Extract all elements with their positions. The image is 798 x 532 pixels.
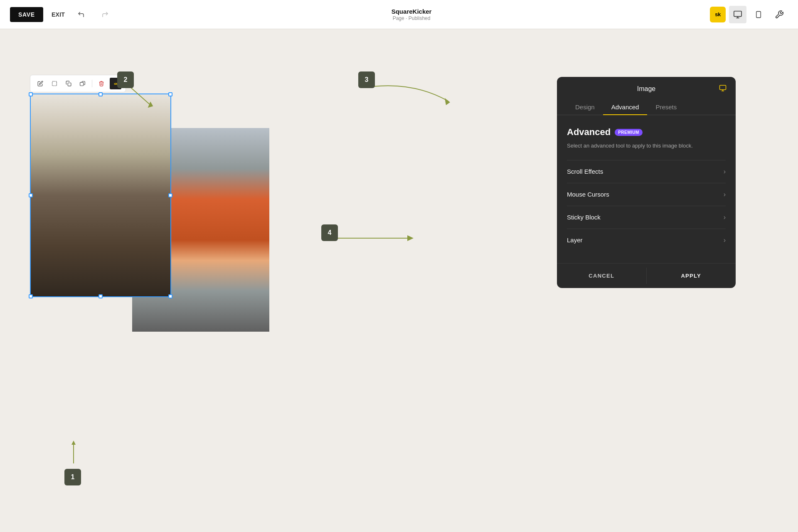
resize-handle-lm[interactable]	[29, 193, 33, 197]
mobile-icon	[755, 10, 762, 19]
resize-handle-bm[interactable]	[99, 294, 103, 298]
selected-image[interactable]	[30, 94, 171, 297]
duplicate-icon	[80, 81, 86, 86]
resize-handle-tm[interactable]	[99, 92, 103, 96]
arrow-4	[337, 232, 420, 244]
undo-icon	[77, 11, 85, 18]
resize-handle-rm[interactable]	[168, 193, 172, 197]
image-toolbar: sk	[30, 75, 126, 92]
resize-handle-br[interactable]	[168, 294, 172, 298]
tools-icon	[775, 10, 784, 19]
mobile-view-button[interactable]	[750, 6, 767, 23]
apply-button[interactable]: APPLY	[647, 264, 736, 288]
arrow-3	[373, 78, 456, 111]
chevron-right-icon: ›	[724, 214, 726, 221]
undo-button[interactable]	[73, 7, 89, 22]
tab-advanced[interactable]: Advanced	[603, 99, 648, 115]
exit-button[interactable]: EXIT	[52, 11, 65, 18]
step-badge-2: 2	[117, 71, 134, 88]
desktop-view-button[interactable]	[729, 6, 746, 23]
scroll-effects-label: Scroll Effects	[567, 168, 603, 175]
svg-marker-12	[445, 98, 450, 105]
save-button[interactable]: SAVE	[10, 7, 43, 22]
desktop-icon	[733, 10, 742, 19]
menu-item-layer[interactable]: Layer ›	[567, 229, 726, 251]
panel-header: Image	[557, 77, 736, 93]
woman-image	[31, 94, 170, 296]
resize-handle-tr[interactable]	[168, 92, 172, 96]
duplicate-button[interactable]	[77, 78, 89, 89]
toolbar-divider	[92, 80, 92, 87]
chevron-right-icon: ›	[724, 191, 726, 198]
svg-marker-14	[407, 235, 414, 241]
svg-rect-6	[68, 83, 71, 86]
mouse-cursors-label: Mouse Cursors	[567, 191, 609, 198]
delete-button[interactable]	[96, 78, 107, 89]
section-title: Advanced PREMIUM	[567, 127, 726, 138]
svg-rect-0	[734, 11, 741, 16]
resize-handle-bl[interactable]	[29, 294, 33, 298]
topbar: SAVE EXIT SquareKicker Page · Published …	[0, 0, 798, 29]
svg-line-10	[131, 88, 150, 104]
select-button[interactable]	[49, 78, 60, 89]
topbar-right: sk	[710, 6, 788, 23]
topbar-left: SAVE EXIT	[10, 7, 113, 22]
premium-badge: PREMIUM	[615, 129, 643, 136]
cancel-button[interactable]: CANCEL	[557, 264, 646, 288]
app-title: SquareKicker	[392, 8, 432, 15]
chevron-right-icon: ›	[724, 236, 726, 244]
side-panel: Image Design Advanced Presets Advanced P…	[557, 77, 736, 288]
svg-rect-15	[720, 85, 726, 90]
app-subtitle: Page · Published	[392, 15, 432, 21]
svg-rect-7	[80, 82, 84, 86]
copy-icon	[66, 81, 71, 86]
svg-rect-5	[52, 81, 57, 86]
arrow-2	[129, 86, 154, 106]
trash-icon	[99, 81, 104, 86]
arrow-1-up	[71, 441, 76, 466]
pencil-icon	[37, 81, 43, 86]
panel-title: Image	[567, 85, 726, 93]
panel-tabs: Design Advanced Presets	[557, 99, 736, 115]
menu-item-scroll-effects[interactable]: Scroll Effects ›	[567, 160, 726, 183]
tab-design[interactable]: Design	[567, 99, 603, 115]
panel-description: Select an advanced tool to apply to this…	[567, 142, 726, 150]
tools-button[interactable]	[771, 6, 788, 23]
topbar-center: SquareKicker Page · Published	[392, 8, 432, 21]
step-badge-4: 4	[321, 224, 338, 241]
panel-body: Advanced PREMIUM Select an advanced tool…	[557, 115, 736, 263]
sk-logo: sk	[710, 7, 726, 22]
layer-label: Layer	[567, 236, 583, 244]
monitor-icon	[718, 84, 727, 94]
svg-marker-9	[71, 441, 76, 445]
menu-item-mouse-cursors[interactable]: Mouse Cursors ›	[567, 183, 726, 206]
edit-button[interactable]	[34, 78, 46, 89]
select-icon	[52, 81, 57, 86]
step-badge-3: 3	[358, 71, 375, 88]
copy-button[interactable]	[63, 78, 74, 89]
canvas: sk 1 2 3 4	[0, 29, 798, 532]
panel-footer: CANCEL APPLY	[557, 263, 736, 288]
tab-presets[interactable]: Presets	[647, 99, 685, 115]
redo-icon	[101, 11, 109, 18]
resize-handle-tl[interactable]	[29, 92, 33, 96]
chevron-right-icon: ›	[724, 168, 726, 175]
redo-button[interactable]	[97, 7, 113, 22]
step-badge-1: 1	[64, 469, 81, 485]
sticky-block-label: Sticky Block	[567, 214, 601, 221]
menu-item-sticky-block[interactable]: Sticky Block ›	[567, 206, 726, 229]
